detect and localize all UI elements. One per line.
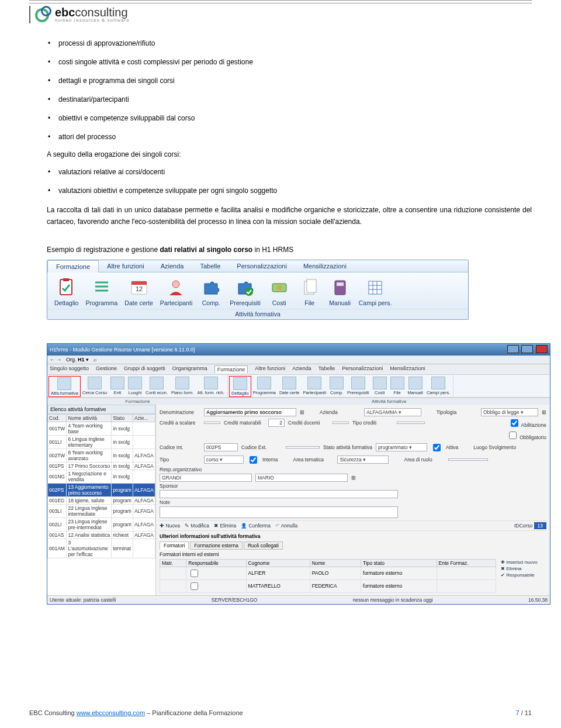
attiva-checkbox[interactable] (433, 444, 441, 451)
ribbon2-dettaglio[interactable]: Dettaglio (229, 376, 251, 397)
menu-singolo-soggetto[interactable]: Singolo soggetto (50, 365, 89, 373)
area-tematica-field[interactable]: Sicurezza (337, 456, 389, 464)
menu-personalizzazioni[interactable]: Personalizzazioni (342, 365, 383, 373)
table-row[interactable]: 001PS17 Primo Soccorsoin svolgALFAGA (48, 462, 155, 470)
table-row[interactable]: MATTARELLOFEDERICAformatore esterno (160, 579, 496, 592)
status-message: nessun messaggio in scadenza oggi (353, 597, 433, 603)
ribbon2-manuali[interactable]: Manuali (406, 376, 425, 397)
ribbon-campi-pers[interactable]: Campi pers. (355, 275, 396, 308)
menu-gruppi[interactable]: Gruppi di soggetti (124, 365, 165, 373)
tab-personalizzazioni[interactable]: Personalizzazioni (228, 260, 295, 272)
tab-azienda[interactable]: Azienda (153, 260, 192, 272)
inserisci-nuovo-button[interactable]: ✚ Inserisci nuovo (500, 559, 546, 565)
formatori-grid[interactable]: Matr.ResponsabileCognomeNomeTipo statoEn… (160, 559, 496, 593)
tipo-field[interactable]: corso (204, 456, 244, 464)
table-row[interactable]: 001TW4 Team working basein svolg (48, 422, 155, 435)
ribbon2-luoghi[interactable]: Luoghi (126, 376, 144, 397)
table-row[interactable]: 001AS12 Analisi statisticarichiestALFAGA (48, 531, 155, 539)
table-row[interactable]: 002LI23 Lingua Inglese pre-intermediatpr… (48, 517, 155, 531)
lookup-icon[interactable]: ⊞ (300, 409, 304, 415)
ribbon2-date-certe[interactable]: Date certe (278, 376, 302, 397)
ribbon-file[interactable]: File (295, 275, 325, 308)
window-minimize-icon[interactable] (507, 345, 519, 353)
ribbon2-att-form-rich-[interactable]: Att. form. rich. (195, 376, 226, 397)
table-row[interactable]: 003LI22 Lingua Inglese intermediateprogr… (48, 504, 155, 517)
ribbon2-costi[interactable]: Costi (371, 376, 389, 397)
annulla-button[interactable]: ↶ Annulla (275, 523, 297, 529)
ribbon2-comp-[interactable]: Comp. (328, 376, 345, 397)
ribbon-comp[interactable]: Comp. (196, 275, 226, 308)
ribbon2-cerca-corso[interactable]: Cerca Corso (81, 376, 109, 397)
codice-ext-field[interactable] (286, 446, 320, 448)
ribbon-manuali[interactable]: Manuali (325, 275, 355, 308)
codice-int-field[interactable]: 002PS (204, 443, 238, 451)
svg-rect-15 (337, 282, 344, 286)
interna-checkbox[interactable] (250, 456, 257, 464)
elimina-button[interactable]: ✖ Elimina (214, 523, 236, 529)
ribbon2-enti[interactable]: Enti (109, 376, 126, 397)
window-maximize-icon[interactable] (521, 345, 533, 353)
conferma-button[interactable]: 👤 Conferma (241, 523, 271, 529)
ribbon-programma[interactable]: Programma (82, 275, 121, 308)
ribbon-costi[interactable]: Costi (264, 275, 295, 308)
tipologia-field[interactable]: Obbligo di legge (481, 408, 538, 416)
menu-gestione[interactable]: Gestione (96, 365, 117, 373)
modifica-button[interactable]: ✎ Modifica (185, 523, 209, 529)
azienda-field[interactable]: ALFAGAMMA (364, 408, 421, 416)
menu-tabelle[interactable]: Tabelle (318, 365, 335, 373)
lookup-icon[interactable]: ⊞ (542, 409, 546, 415)
menu-altre-funzioni[interactable]: Altre funzioni (255, 365, 285, 373)
footer-link[interactable]: www.ebcconsulting.com (77, 709, 145, 716)
ribbon-prerequisiti[interactable]: Prerequisiti (226, 275, 264, 308)
menu-formazione[interactable]: Formazione (214, 365, 248, 373)
table-row[interactable]: 001EG18 Igiene, saluteprogramALFAGA (48, 496, 155, 504)
lookup-icon[interactable]: ⊞ (351, 475, 356, 481)
ribbon-dettaglio[interactable]: Dettaglio (51, 275, 82, 308)
subtab-formazione-esterna[interactable]: Formazione esterna (190, 541, 243, 550)
resp-nome-field[interactable]: MARIO (255, 474, 348, 482)
menu-organigramma[interactable]: Organigramma (172, 365, 207, 373)
ribbon2-piano-form-[interactable]: Piano form. (169, 376, 195, 397)
table-row[interactable]: 001AM3 L'automotivazione per l'efficacte… (48, 539, 155, 558)
menu-mensilizzazioni[interactable]: Mensilizzazioni (390, 365, 425, 373)
ribbon2-conti-econ-[interactable]: Conti econ. (144, 376, 169, 397)
window-close-icon[interactable] (536, 345, 548, 353)
ribbon2-campi-pers-[interactable]: Campi pers. (425, 376, 452, 397)
crediti-docenti-field[interactable] (333, 422, 349, 424)
sponsor-field[interactable] (160, 490, 398, 498)
subtab-ruoli[interactable]: Ruoli collegati (244, 541, 283, 550)
ribbon2-programma[interactable]: Programma (251, 376, 278, 397)
tab-altre-funzioni[interactable]: Altre funzioni (99, 260, 153, 272)
responsabile-button[interactable]: ✔ Responsabile (500, 572, 546, 578)
activity-grid[interactable]: Cod.Nome attivitàStatoAzie... 001TW4 Tea… (47, 414, 155, 558)
table-row[interactable]: 001LI6 Lingua Inglese elementaryin svolg (48, 435, 155, 448)
resp-cognome-field[interactable]: GRANDI (160, 474, 252, 482)
ribbon2-file[interactable]: File (389, 376, 406, 397)
ribbon2-attiv-formativa[interactable]: Attiv.formativa (49, 376, 81, 397)
ribbon2-prerequisiti[interactable]: Prerequisiti (345, 376, 371, 397)
subtab-formatori[interactable]: Formatori (160, 541, 189, 550)
crediti-maturabili-field[interactable]: 2 (268, 419, 285, 427)
note-field[interactable] (160, 506, 398, 518)
tab-tabelle[interactable]: Tabelle (192, 260, 228, 272)
money-icon (268, 277, 291, 298)
stato-field[interactable]: programmato (376, 443, 427, 451)
crediti-scalare-field[interactable] (204, 422, 220, 424)
tab-formazione[interactable]: Formazione (47, 260, 99, 272)
ribbon2-partecipanti[interactable]: Partecipanti (301, 376, 328, 397)
menu-azienda[interactable]: Azienda (292, 365, 311, 373)
table-row[interactable]: ALFIERPAOLOformatore esterno (160, 567, 496, 579)
ribbon-partecipanti[interactable]: Partecipanti (157, 275, 196, 308)
nuova-button[interactable]: ✚ Nuova (160, 523, 180, 529)
area-ruolo-field[interactable] (448, 458, 488, 461)
denominazione-field[interactable]: Aggiornamento primo soccorso (204, 408, 296, 416)
elimina-side-button[interactable]: ✖ Elimina (500, 565, 546, 572)
table-row[interactable]: 002PS13 Aggiornamento primo soccorsoprog… (48, 483, 155, 496)
table-row[interactable]: 002TW8 Team working avanzatoin svolgALFA… (48, 448, 155, 462)
tab-mensilizzazioni[interactable]: Mensilizzazioni (295, 260, 355, 272)
table-row[interactable]: 001NG1 Negoziazione e venditain svolg (48, 470, 155, 483)
tipo-crediti-field[interactable] (397, 422, 425, 424)
abilitazione-checkbox[interactable] (511, 419, 518, 427)
ribbon-date-certe[interactable]: 12Date certe (121, 275, 156, 308)
obbligatorio-checkbox[interactable] (509, 432, 517, 439)
